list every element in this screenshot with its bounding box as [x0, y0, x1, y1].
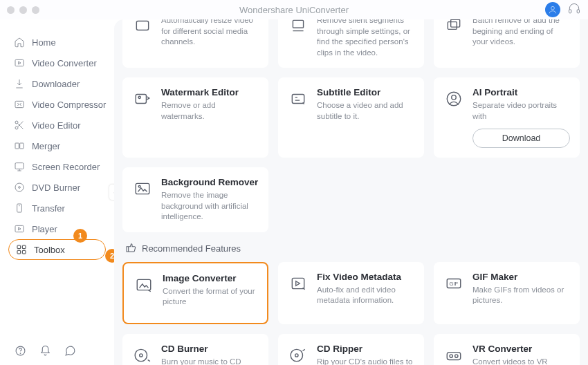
svg-rect-13 — [15, 225, 24, 232]
tool-card-watermark-editor[interactable]: Watermark Editor Remove or add watermark… — [122, 77, 268, 158]
tool-card-cd-burner[interactable]: CD Burner Burn your music to CD — [122, 334, 268, 365]
svg-rect-14 — [17, 245, 21, 249]
tool-card-fix-metadata[interactable]: Fix Video Metadata Auto-fix and edit vid… — [278, 262, 424, 324]
section-recommended-header: Recommended Features — [125, 242, 580, 255]
sidebar-label: Downloader — [32, 79, 80, 89]
card-desc: Separate video portraits with — [472, 100, 570, 122]
disc-icon — [14, 182, 25, 193]
vr-icon — [443, 345, 464, 365]
svg-rect-39 — [447, 352, 461, 359]
merger-icon — [14, 140, 25, 151]
tool-card-remove-silent[interactable]: Remove silent segments through simple se… — [278, 19, 424, 68]
svg-rect-9 — [15, 163, 24, 169]
card-desc: Automatically resize video for different… — [161, 19, 259, 48]
minimize-dot[interactable] — [19, 6, 27, 14]
feedback-icon[interactable] — [64, 344, 76, 357]
svg-point-41 — [455, 355, 458, 357]
download-button[interactable]: Download — [472, 129, 570, 148]
screen-recorder-icon — [14, 161, 25, 172]
sidebar-label: Player — [32, 224, 57, 234]
sidebar-item-home[interactable]: Home — [0, 32, 114, 53]
tool-card-vr-converter[interactable]: VR Converter Convert videos to VR format… — [434, 334, 580, 365]
card-desc: Remove the image background with artific… — [161, 190, 259, 223]
sidebar-item-video-editor[interactable]: Video Editor — [0, 115, 114, 135]
tool-card-gif-maker[interactable]: GIF GIF Maker Make GIFs from videos or p… — [434, 262, 580, 324]
svg-rect-7 — [15, 143, 19, 149]
sidebar-item-dvd-burner[interactable]: DVD Burner — [0, 177, 114, 198]
scissors-icon — [14, 120, 25, 131]
svg-point-28 — [452, 95, 457, 100]
compressor-icon — [14, 99, 25, 110]
cd-ripper-icon — [288, 345, 309, 365]
card-title: VR Converter — [472, 344, 570, 354]
notifications-icon[interactable] — [39, 344, 51, 357]
svg-rect-17 — [22, 250, 26, 254]
svg-point-37 — [291, 349, 302, 361]
tool-card-batch-trim[interactable]: Batch remove or add the begining and end… — [434, 19, 580, 68]
tool-card-subtitle-editor[interactable]: Subtitle Editor Choose a video and add s… — [278, 77, 424, 158]
sidebar-item-video-compressor[interactable]: Video Compressor — [0, 94, 114, 115]
svg-point-35 — [135, 349, 147, 361]
sidebar-label: Transfer — [32, 203, 65, 214]
help-icon[interactable] — [14, 344, 26, 357]
svg-rect-12 — [17, 204, 22, 212]
card-title: CD Ripper — [317, 344, 414, 354]
card-title: Watermark Editor — [161, 87, 259, 97]
card-desc: Make GIFs from videos or pictures. — [472, 285, 570, 306]
sidebar-item-transfer[interactable]: Transfer — [0, 198, 114, 218]
sidebar-item-toolbox[interactable]: Toolbox — [8, 239, 106, 260]
svg-point-6 — [15, 127, 18, 129]
card-desc: Burn your music to CD — [161, 357, 259, 365]
sidebar-item-screen-recorder[interactable]: Screen Recorder — [0, 156, 114, 177]
sidebar-item-merger[interactable]: Merger — [0, 135, 114, 156]
user-avatar-icon[interactable] — [545, 2, 560, 17]
sidebar-label: Toolbox — [34, 245, 65, 255]
card-title: GIF Maker — [472, 272, 570, 282]
card-title: CD Burner — [161, 344, 259, 354]
card-title: Fix Video Metadata — [317, 272, 414, 282]
tool-card-background-remover[interactable]: Background Remover Remove the image back… — [122, 167, 268, 232]
card-title: AI Portrait — [472, 87, 570, 97]
annotation-badge-1: 1 — [73, 229, 87, 243]
svg-rect-24 — [136, 95, 146, 104]
support-icon[interactable] — [567, 2, 581, 18]
card-title: Image Converter — [163, 273, 257, 283]
sidebar-label: DVD Burner — [32, 182, 80, 193]
svg-rect-21 — [293, 20, 303, 28]
card-title: Background Remover — [161, 177, 259, 187]
sidebar-label: Home — [32, 37, 56, 48]
tool-card-image-converter[interactable]: Image Converter Convert the format of yo… — [122, 262, 268, 324]
cd-burner-icon — [132, 345, 153, 365]
svg-rect-8 — [20, 143, 24, 149]
player-icon — [14, 223, 25, 234]
card-desc: Convert the format of your picture — [163, 286, 257, 308]
svg-rect-2 — [577, 9, 579, 12]
card-desc: Auto-fix and edit video metadata informa… — [317, 285, 414, 306]
svg-rect-26 — [292, 95, 304, 104]
svg-point-0 — [551, 6, 555, 10]
home-icon — [14, 37, 25, 48]
close-dot[interactable] — [7, 6, 15, 14]
svg-point-19 — [20, 353, 21, 353]
svg-point-36 — [140, 353, 143, 356]
section-title: Recommended Features — [142, 243, 241, 254]
sidebar-item-player[interactable]: Player — [0, 218, 114, 239]
sidebar-item-downloader[interactable]: Downloader — [0, 73, 114, 94]
sidebar-label: Video Converter — [32, 58, 97, 68]
maximize-dot[interactable] — [32, 6, 39, 14]
svg-point-5 — [15, 121, 18, 124]
main-panel: Automatically resize video for different… — [114, 19, 588, 365]
card-desc: Remove silent segments through simple se… — [317, 19, 414, 58]
tool-card-auto-resize[interactable]: Automatically resize video for different… — [122, 19, 268, 68]
svg-rect-29 — [136, 184, 149, 194]
svg-rect-16 — [17, 250, 21, 254]
svg-rect-22 — [448, 22, 457, 30]
sidebar-label: Merger — [32, 141, 60, 151]
ai-portrait-icon — [443, 88, 464, 109]
batch-icon — [443, 19, 464, 36]
sidebar-item-video-converter[interactable]: Video Converter — [0, 53, 114, 73]
sidebar-label: Screen Recorder — [32, 162, 100, 172]
svg-point-38 — [295, 353, 298, 356]
tool-card-cd-ripper[interactable]: CD Ripper Rip your CD's audio files to t… — [278, 334, 424, 365]
tool-card-ai-portrait[interactable]: AI Portrait Separate video portraits wit… — [434, 77, 580, 158]
